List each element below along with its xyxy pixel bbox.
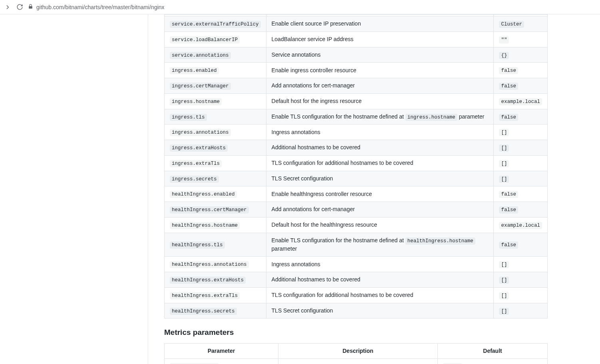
inline-code: "" — [499, 36, 509, 44]
cell-default: Cluster — [494, 16, 548, 32]
table-row: metrics.enabledStart a Prometheus export… — [165, 359, 548, 364]
cell-parameter: healthIngress.secrets — [165, 303, 266, 318]
cell-description: Default host for the healthIngress resou… — [266, 217, 494, 233]
metrics-parameters-table: Parameter Description Default metrics.en… — [164, 343, 548, 364]
cell-description: Enable TLS configuration for the hostnam… — [266, 109, 494, 125]
table-row: ingress.tlsEnable TLS configuration for … — [165, 109, 548, 125]
cell-parameter: ingress.secrets — [165, 171, 266, 186]
cell-description: Start a Prometheus exporter sidecar cont… — [278, 359, 438, 364]
inline-code: healthIngress.extraTls — [170, 292, 240, 299]
inline-code: false — [499, 114, 518, 121]
cell-default: [] — [494, 287, 548, 303]
cell-parameter: healthIngress.extraHosts — [165, 272, 266, 288]
cell-parameter: service.externalTrafficPolicy — [165, 16, 266, 32]
table-row: ingress.enabledEnable ingress controller… — [165, 63, 548, 78]
inline-code: ingress.extraHosts — [170, 144, 228, 152]
table-row: healthIngress.extraHostsAdditional hostn… — [165, 272, 548, 288]
cell-default: [] — [494, 257, 548, 272]
cell-parameter: healthIngress.extraTls — [165, 287, 266, 303]
table-row: ingress.certManagerAdd annotations for c… — [165, 78, 548, 94]
cell-default: example.local — [494, 217, 548, 233]
table-row: ingress.hostnameDefault host for the ing… — [165, 93, 548, 109]
inline-code: healthIngress.extraHosts — [170, 277, 246, 284]
table-row: service.externalTrafficPolicyEnable clie… — [165, 16, 548, 32]
cell-default: "" — [494, 32, 548, 47]
inline-code: [] — [499, 292, 509, 299]
cell-description: TLS Secret configuration — [266, 303, 494, 318]
inline-code: example.local — [499, 222, 542, 229]
forward-icon[interactable] — [4, 4, 11, 11]
cell-parameter: healthIngress.enabled — [165, 186, 266, 202]
address-bar[interactable]: github.com/bitnami/charts/tree/master/bi… — [28, 4, 165, 10]
table-row: ingress.annotationsIngress annotations[] — [165, 125, 548, 140]
cell-description: Additional hostnames to be covered — [266, 140, 494, 156]
cell-parameter: ingress.tls — [165, 109, 266, 125]
inline-code: [] — [499, 261, 509, 268]
cell-default: [] — [494, 171, 548, 186]
cell-default: false — [438, 359, 548, 364]
inline-code: [] — [499, 144, 509, 152]
cell-description: Ingress annotations — [266, 257, 494, 272]
inline-code: false — [499, 241, 518, 249]
cell-description: Enable healthIngress controller resource — [266, 186, 494, 202]
inline-code: healthIngress.tls — [170, 241, 225, 249]
cell-parameter: service.loadBalancerIP — [165, 32, 266, 47]
inline-code: false — [499, 206, 518, 214]
cell-description: LoadBalancer service IP address — [266, 32, 494, 47]
table-row: healthIngress.hostnameDefault host for t… — [165, 217, 548, 233]
cell-parameter: ingress.certManager — [165, 78, 266, 94]
cell-default: [] — [494, 272, 548, 288]
header-parameter: Parameter — [165, 344, 278, 359]
readme-content: service.externalTrafficPolicyEnable clie… — [148, 14, 564, 364]
inline-code: healthIngress.secrets — [170, 308, 237, 315]
inline-code: healthIngress.enabled — [170, 191, 237, 198]
table-row: ingress.extraTlsTLS configuration for ad… — [165, 155, 548, 171]
inline-code: [] — [499, 129, 509, 136]
inline-code: ingress.hostname — [170, 98, 222, 105]
cell-parameter: ingress.enabled — [165, 63, 266, 78]
cell-description: TLS Secret configuration — [266, 171, 494, 186]
table-row: ingress.extraHostsAdditional hostnames t… — [165, 140, 548, 156]
cell-default: [] — [494, 155, 548, 171]
cell-description: Add annotations for cert-manager — [266, 202, 494, 218]
metrics-parameters-heading: Metrics parameters — [164, 328, 548, 337]
cell-default: false — [494, 78, 548, 94]
inline-code: healthIngress.certManager — [170, 206, 249, 214]
table-row: healthIngress.annotationsIngress annotat… — [165, 257, 548, 272]
inline-code: false — [499, 83, 518, 90]
inline-code: [] — [499, 308, 509, 315]
url-text: github.com/bitnami/charts/tree/master/bi… — [36, 4, 165, 10]
table-row: healthIngress.secretsTLS Secret configur… — [165, 303, 548, 318]
inline-code: false — [499, 67, 518, 74]
cell-parameter: ingress.hostname — [165, 93, 266, 109]
inline-code: {} — [499, 52, 509, 59]
cell-parameter: metrics.enabled — [165, 359, 278, 364]
browser-toolbar: github.com/bitnami/charts/tree/master/bi… — [0, 0, 600, 14]
cell-description: Enable ingress controller resource — [266, 63, 494, 78]
inline-code: service.externalTrafficPolicy — [170, 21, 261, 28]
table-row: healthIngress.enabledEnable healthIngres… — [165, 186, 548, 202]
exposure-parameters-table: service.externalTrafficPolicyEnable clie… — [164, 14, 548, 318]
lock-icon — [28, 4, 33, 10]
inline-code: healthIngress.annotations — [170, 261, 249, 268]
inline-code: service.loadBalancerIP — [170, 36, 240, 44]
cell-parameter: service.annotations — [165, 47, 266, 63]
table-row: service.annotationsService annotations{} — [165, 47, 548, 63]
inline-code: Cluster — [499, 21, 524, 28]
inline-code: ingress.certManager — [170, 83, 231, 90]
cell-default: [] — [494, 125, 548, 140]
inline-code: ingress.secrets — [170, 176, 219, 183]
cell-description: Additional hostnames to be covered — [266, 272, 494, 288]
inline-code: [] — [499, 176, 509, 183]
inline-code: example.local — [499, 98, 542, 105]
cell-default: false — [494, 233, 548, 257]
cell-description: Default host for the ingress resource — [266, 93, 494, 109]
inline-code: healthIngress.hostname — [405, 237, 475, 245]
reload-icon[interactable] — [16, 4, 23, 11]
cell-parameter: ingress.extraTls — [165, 155, 266, 171]
cell-description: Ingress annotations — [266, 125, 494, 140]
inline-code: [] — [499, 277, 509, 284]
inline-code: ingress.enabled — [170, 67, 219, 74]
cell-default: false — [494, 109, 548, 125]
table-row: service.loadBalancerIPLoadBalancer servi… — [165, 32, 548, 47]
